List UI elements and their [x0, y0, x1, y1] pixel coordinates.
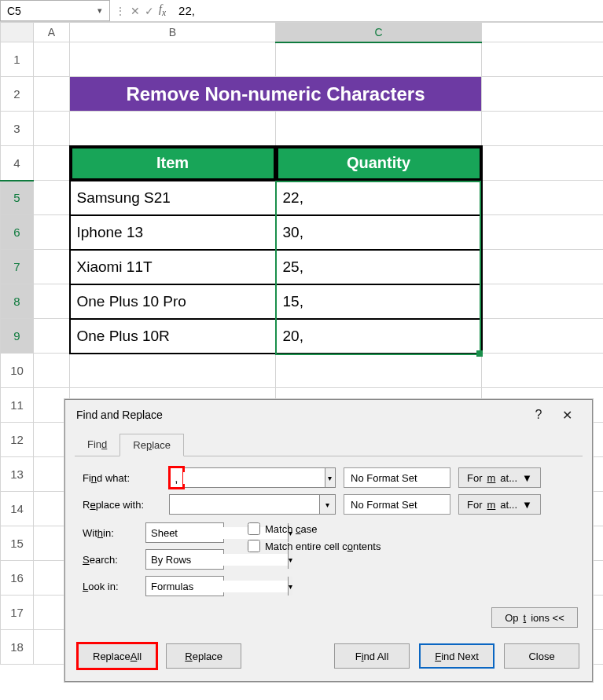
cell-qty[interactable]: 25,: [277, 251, 481, 284]
close-icon[interactable]: ✕: [553, 408, 581, 423]
formula-bar-buttons: ⋮ ✕ ✓ fx: [110, 0, 171, 21]
select-all-corner[interactable]: [1, 23, 34, 42]
row-header-7[interactable]: 7: [1, 250, 34, 284]
enter-icon[interactable]: ✓: [145, 5, 154, 17]
col-header-B[interactable]: B: [70, 23, 276, 42]
close-button[interactable]: Close: [504, 643, 579, 669]
replace-all-button[interactable]: Replace All: [78, 643, 156, 669]
chevron-down-icon[interactable]: ▾: [325, 468, 335, 487]
replace-button[interactable]: Replace: [166, 643, 241, 669]
row-header-18[interactable]: 18: [1, 630, 34, 665]
lookin-label: Look in:: [83, 581, 138, 592]
chevron-down-icon: ▼: [522, 472, 532, 484]
row-header-2[interactable]: 2: [1, 77, 34, 112]
find-what-value: ,: [170, 467, 183, 488]
row-header-1[interactable]: 1: [1, 42, 34, 77]
row-header-16[interactable]: 16: [1, 561, 34, 596]
match-entire-label: Match entire cell contents: [265, 541, 381, 552]
cell-item[interactable]: Iphone 13: [71, 216, 275, 249]
match-entire-checkbox[interactable]: [248, 540, 260, 552]
tab-find[interactable]: Find: [75, 434, 119, 456]
table-header-qty: Quantity: [277, 147, 481, 180]
cell-item[interactable]: One Plus 10R: [71, 320, 275, 353]
options-button[interactable]: Options <<: [491, 607, 578, 628]
name-box[interactable]: C5 ▾: [0, 0, 110, 21]
chevron-down-icon: ▼: [522, 499, 532, 511]
row-header-4[interactable]: 4: [1, 146, 34, 181]
cell-qty[interactable]: 15,: [277, 285, 481, 318]
replace-format-button[interactable]: Format...▼: [458, 494, 541, 515]
replace-with-input[interactable]: ▾: [169, 494, 336, 515]
row-header-11[interactable]: 11: [1, 388, 34, 423]
separator-icon: ⋮: [115, 5, 126, 17]
find-what-input[interactable]: , ▾: [169, 467, 336, 488]
chevron-down-icon[interactable]: ▾: [94, 4, 106, 16]
tab-replace[interactable]: Replace: [119, 434, 184, 456]
row-header-8[interactable]: 8: [1, 284, 34, 319]
search-label: Search:: [83, 554, 138, 566]
find-format-preview: No Format Set: [344, 467, 450, 488]
within-label: Within:: [83, 527, 138, 539]
col-header-A[interactable]: A: [34, 23, 70, 42]
help-icon[interactable]: ?: [524, 408, 553, 422]
find-replace-dialog[interactable]: Find and Replace ? ✕ Find Replace Find w…: [64, 399, 593, 682]
lookin-select[interactable]: ▾: [145, 576, 224, 596]
row-header-15[interactable]: 15: [1, 526, 34, 561]
table-header-item: Item: [71, 147, 275, 180]
cell-qty[interactable]: 22,: [277, 181, 481, 214]
chevron-down-icon[interactable]: ▾: [288, 577, 292, 596]
row-header-14[interactable]: 14: [1, 492, 34, 526]
chevron-down-icon[interactable]: ▾: [319, 495, 335, 514]
find-format-button[interactable]: Format...▼: [458, 467, 541, 488]
cell-item[interactable]: One Plus 10 Pro: [71, 285, 275, 318]
cell-qty[interactable]: 20,: [277, 320, 481, 353]
row-header-3[interactable]: 3: [1, 112, 34, 146]
cell-qty[interactable]: 30,: [277, 216, 481, 249]
dialog-title: Find and Replace: [76, 409, 163, 421]
match-case-label: Match case: [265, 523, 317, 535]
row-header-12[interactable]: 12: [1, 423, 34, 457]
title-banner: Remove Non-numeric Characters: [70, 77, 481, 111]
within-select[interactable]: ▾: [145, 522, 224, 543]
cancel-icon[interactable]: ✕: [131, 5, 140, 17]
replace-format-preview: No Format Set: [344, 494, 450, 515]
row-header-5[interactable]: 5: [1, 181, 34, 215]
match-case-checkbox[interactable]: [248, 522, 260, 535]
fx-icon[interactable]: fx: [159, 3, 166, 18]
row-header-6[interactable]: 6: [1, 215, 34, 250]
formula-bar-input[interactable]: [171, 0, 603, 21]
find-all-button[interactable]: Find All: [334, 643, 410, 669]
replace-with-label: Replace with:: [83, 499, 161, 511]
find-next-button[interactable]: Find Next: [419, 643, 495, 669]
col-header-C[interactable]: C: [276, 23, 482, 42]
row-header-13[interactable]: 13: [1, 457, 34, 492]
row-header-9[interactable]: 9: [1, 319, 34, 354]
search-select[interactable]: ▾: [145, 549, 224, 570]
col-header-rest[interactable]: [482, 23, 604, 42]
cell-item[interactable]: Samsung S21: [71, 181, 275, 214]
find-what-label: Find what:: [83, 472, 161, 484]
row-header-17[interactable]: 17: [1, 596, 34, 630]
cell-item[interactable]: Xiaomi 11T: [71, 251, 275, 284]
row-header-10[interactable]: 10: [1, 354, 34, 388]
name-box-value: C5: [7, 5, 21, 17]
